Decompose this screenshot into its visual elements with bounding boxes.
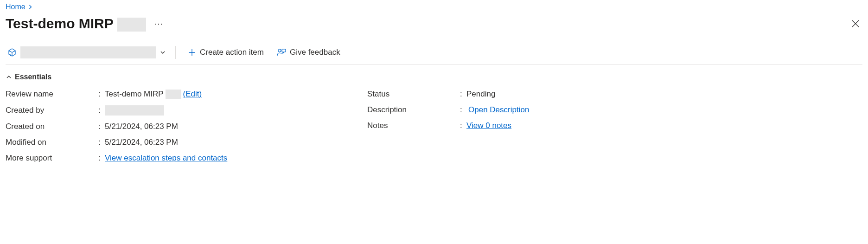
kv-value: 5/21/2024, 06:23 PM [105,122,178,131]
kv-label: More support [6,154,98,163]
redacted-value [105,105,164,116]
kv-label: Review name [6,90,98,99]
toolbar: Create action item Give feedback [6,45,862,64]
svg-point-0 [278,49,281,52]
essentials-header-label: Essentials [15,73,51,81]
close-button[interactable] [849,17,862,31]
kv-value: 5/21/2024, 06:23 PM [105,138,178,147]
kv-value [105,105,164,116]
kv-label: Status [367,90,460,99]
plus-icon [188,48,196,57]
toolbar-separator [175,46,176,59]
escalation-link[interactable]: View escalation steps and contacts [105,154,227,163]
kv-status: Status : Pending [367,90,862,99]
kv-notes: Notes : View 0 notes [367,121,862,130]
resource-dropdown[interactable] [6,45,170,60]
kv-description: Description : Open Description [367,105,862,115]
kv-label: Created by [6,106,98,115]
redacted-title-part [117,18,146,32]
kv-value: Pending [466,90,495,99]
view-notes-link[interactable]: View 0 notes [466,121,511,130]
kv-label: Modified on [6,138,98,147]
kv-review-name: Review name : Test-demo MIRP (Edit) [6,90,367,99]
kv-modified-on: Modified on : 5/21/2024, 06:23 PM [6,138,367,147]
give-feedback-button[interactable]: Give feedback [270,45,347,60]
resource-cube-icon [7,48,17,57]
feedback-icon [277,48,286,57]
more-actions-button[interactable]: ⋯ [151,19,166,29]
edit-link[interactable]: (Edit) [183,90,202,99]
redacted-inline [166,90,181,99]
breadcrumb-home[interactable]: Home [6,3,26,11]
breadcrumb: Home [6,2,862,11]
create-action-item-label: Create action item [200,48,264,57]
kv-created-on: Created on : 5/21/2024, 06:23 PM [6,122,367,131]
close-icon [851,19,860,28]
essentials-toggle[interactable]: Essentials [6,73,862,81]
chevron-down-icon [160,49,166,56]
kv-label: Notes [367,121,460,130]
kv-value: Test-demo MIRP (Edit) [105,90,202,99]
page-title: Test-demo MIRP [6,16,146,32]
kv-created-by: Created by : [6,105,367,116]
chevron-right-icon [28,5,33,9]
give-feedback-label: Give feedback [290,48,340,57]
kv-label: Description [367,105,460,115]
svg-rect-1 [282,49,286,52]
kv-more-support: More support : View escalation steps and… [6,154,367,163]
kv-label: Created on [6,122,98,131]
redacted-dropdown-value [20,46,156,58]
create-action-item-button[interactable]: Create action item [181,45,270,60]
chevron-up-icon [6,74,12,80]
open-description-link[interactable]: Open Description [468,105,529,115]
